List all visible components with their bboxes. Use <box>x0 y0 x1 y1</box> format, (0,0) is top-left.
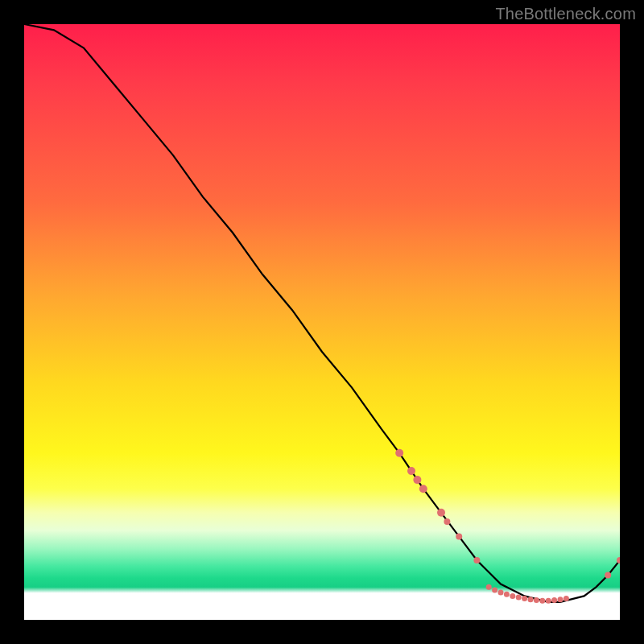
plot-area <box>24 24 620 620</box>
background-gradient <box>24 24 620 620</box>
chart-stage: TheBottleneck.com <box>0 0 644 644</box>
watermark-text: TheBottleneck.com <box>495 5 636 23</box>
